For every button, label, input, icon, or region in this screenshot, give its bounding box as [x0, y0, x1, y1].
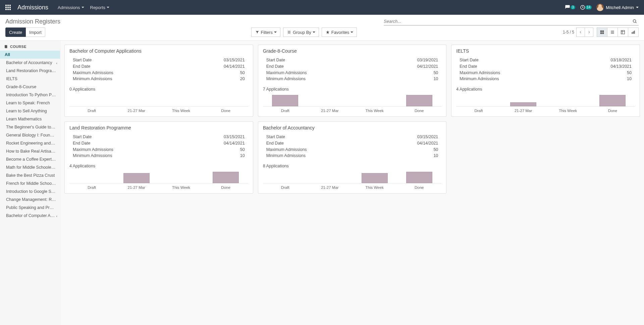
filter-icon — [255, 30, 260, 35]
field-value: 50 — [627, 70, 632, 76]
messages-icon[interactable]: 3 — [565, 5, 575, 10]
field-label: Start Date — [73, 134, 92, 140]
view-kanban[interactable] — [597, 28, 607, 37]
view-pivot[interactable] — [618, 28, 628, 37]
pager-prev[interactable] — [576, 28, 585, 37]
import-button[interactable]: Import — [26, 28, 45, 37]
view-list[interactable] — [607, 28, 618, 37]
chart-bar — [213, 172, 239, 183]
sidebar-item[interactable]: Math for Middle Schoolers: S… — [0, 163, 60, 171]
chevron-down-icon — [82, 7, 84, 8]
field-label: End Date — [266, 140, 284, 147]
kanban-card[interactable]: IELTSStart Date03/18/2021End Date04/13/2… — [451, 45, 640, 117]
chart-label: Done — [397, 109, 441, 113]
sidebar-item[interactable]: Bachelor of Computer Ap…‹ — [0, 212, 60, 220]
chart-bar — [362, 173, 388, 183]
sidebar-item[interactable]: The Beginner's Guide to Veg… — [0, 123, 60, 131]
svg-point-1 — [633, 20, 636, 22]
sidebar-item[interactable]: French for Middle Schoolers — [0, 179, 60, 187]
chart-bar — [406, 172, 432, 183]
sidebar-item[interactable]: Grade-8-Course — [0, 83, 60, 91]
field-label: Start Date — [266, 134, 285, 140]
svg-rect-16 — [632, 32, 632, 34]
chart-label: Draft — [456, 109, 501, 113]
chart-label: This Week — [352, 185, 397, 189]
sidebar-item[interactable]: Introduction To Python Progr… — [0, 91, 60, 99]
field-row: Maximum Admissions50 — [266, 70, 438, 76]
sidebar-item[interactable]: Learn to Sell Anything — [0, 107, 60, 115]
sidebar-item[interactable]: IELTS — [0, 75, 60, 83]
search-icon[interactable] — [631, 19, 639, 24]
field-row: Minimum Admissions10 — [73, 153, 245, 159]
field-value: 10 — [240, 153, 245, 159]
field-label: End Date — [73, 63, 90, 70]
field-label: Maximum Admissions — [73, 147, 113, 153]
field-value: 50 — [240, 147, 245, 153]
user-menu[interactable]: Mitchell Admin — [596, 4, 639, 11]
field-row: End Date04/14/2021 — [266, 140, 438, 147]
control-panel: Admission Registers Create Import Filter… — [0, 15, 644, 41]
favorites-button[interactable]: Favorites — [322, 28, 357, 37]
pager-next[interactable] — [585, 28, 593, 37]
svg-rect-6 — [600, 31, 602, 32]
mini-chart: Draft21-27 MarThis WeekDone — [69, 92, 248, 114]
sidebar-item[interactable]: Public Speaking and Present… — [0, 204, 60, 212]
star-icon — [325, 30, 330, 35]
sidebar-item[interactable]: How to Bake Real Artisan Br… — [0, 147, 60, 155]
field-value: 50 — [433, 70, 438, 76]
sidebar-item[interactable]: General Biology I: Foundatio… — [0, 131, 60, 139]
activities-icon[interactable]: 14 — [580, 5, 592, 10]
field-label: End Date — [266, 63, 284, 70]
kanban-card[interactable]: Grade-8-CourseStart Date03/19/2021End Da… — [258, 45, 447, 117]
field-row: End Date04/14/2021 — [73, 140, 245, 147]
sidebar-item[interactable]: Become a Coffee Expert: Ho… — [0, 155, 60, 163]
field-row: Start Date03/15/2021 — [73, 57, 245, 63]
chart-label: 21-27 Mar — [501, 109, 546, 113]
field-value: 03/15/2021 — [224, 57, 245, 63]
chart-label: Done — [397, 185, 441, 189]
search-bar[interactable] — [384, 17, 639, 25]
card-title: Bachelor of Computer Applications — [69, 48, 248, 54]
filters-button[interactable]: Filters — [251, 28, 280, 37]
create-button[interactable]: Create — [5, 28, 26, 37]
field-value: 10 — [433, 76, 438, 82]
apps-icon[interactable] — [5, 5, 11, 10]
sidebar-item[interactable]: Bachelor of Accountancy‹ — [0, 59, 60, 67]
chart-bar — [123, 173, 150, 183]
field-value: 03/18/2021 — [610, 57, 632, 63]
chevron-left-icon: ‹ — [56, 61, 57, 65]
mini-chart: Draft21-27 MarThis WeekDone — [456, 92, 635, 114]
kanban-card[interactable]: Bachelor of Computer ApplicationsStart D… — [64, 45, 253, 117]
sidebar-item[interactable]: All — [0, 51, 60, 59]
sidebar-item[interactable]: Learn to Speak: French — [0, 99, 60, 107]
sidebar-item[interactable]: Bake the Best Pizza Crust — [0, 171, 60, 179]
field-label: Minimum Admissions — [73, 76, 112, 82]
group-by-button[interactable]: Group By — [283, 28, 319, 37]
field-row: End Date04/14/2021 — [73, 63, 245, 70]
chart-label: 21-27 Mar — [308, 185, 352, 189]
field-value: 04/14/2021 — [417, 140, 438, 147]
search-input[interactable] — [384, 17, 631, 25]
messages-badge: 3 — [571, 5, 575, 9]
chart-bar — [510, 102, 536, 106]
field-label: Start Date — [266, 57, 285, 63]
nav-reports[interactable]: Reports — [90, 5, 110, 10]
kanban-card[interactable]: Bachelor of AccountancyStart Date03/15/2… — [258, 121, 447, 194]
view-graph[interactable] — [628, 28, 639, 37]
sidebar-item[interactable]: Rocket Engineering and Inte… — [0, 139, 60, 147]
applications-count: 4 Applications — [456, 87, 635, 92]
brand-title: Admissions — [17, 4, 48, 11]
field-label: End Date — [460, 63, 477, 70]
sidebar-item[interactable]: Introduction to Google Sheets — [0, 187, 60, 196]
kanban-card[interactable]: Land Restoration ProgrammeStart Date03/1… — [64, 121, 253, 194]
field-label: Maximum Admissions — [73, 70, 113, 76]
chevron-down-icon — [351, 32, 353, 33]
card-title: Bachelor of Accountancy — [263, 125, 442, 130]
svg-line-2 — [636, 22, 637, 23]
sidebar-item[interactable]: Learn Mathematics — [0, 115, 60, 123]
field-label: End Date — [73, 140, 90, 147]
sidebar-item[interactable]: Change Management: Real … — [0, 196, 60, 204]
nav-admissions[interactable]: Admissions — [58, 5, 84, 10]
sidebar-item[interactable]: Land Restoration Programme — [0, 67, 60, 75]
svg-rect-17 — [633, 32, 634, 34]
